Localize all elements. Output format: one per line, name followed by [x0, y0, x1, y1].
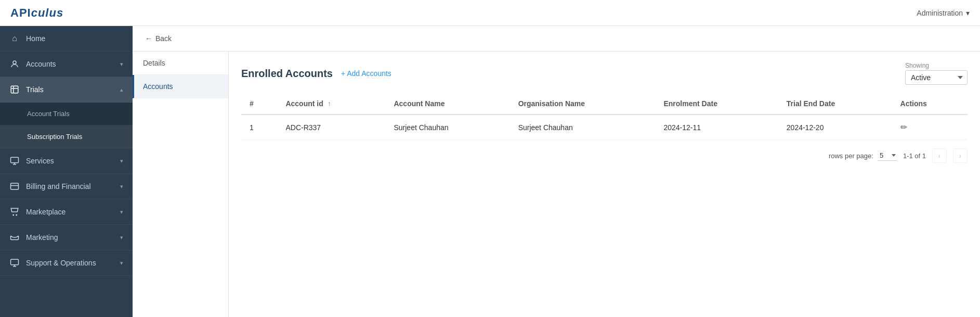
services-chevron-icon: ▾ — [120, 158, 123, 164]
admin-menu[interactable]: Administration ▾ — [917, 9, 970, 17]
left-nav-details[interactable]: Details — [133, 52, 228, 75]
logo: APIculus — [10, 6, 63, 20]
sidebar-item-trials-label: Trials — [26, 85, 44, 94]
svg-rect-1 — [11, 157, 19, 163]
admin-chevron-icon: ▾ — [966, 9, 970, 17]
page-info: 1-1 of 1 — [903, 152, 926, 160]
trials-submenu: Account Trials Subscription Trials — [0, 103, 133, 148]
prev-page-button[interactable]: ‹ — [932, 148, 947, 163]
sidebar-item-marketing-label: Marketing — [26, 233, 58, 242]
sidebar-item-support[interactable]: Support & Operations ▾ — [0, 250, 133, 276]
sidebar-item-services-label: Services — [26, 157, 54, 165]
svg-point-0 — [13, 61, 16, 64]
col-actions: Actions — [892, 93, 968, 115]
sidebar-item-accounts-label: Accounts — [26, 60, 56, 68]
svg-rect-8 — [11, 259, 19, 265]
col-enrolment-date: Enrolment Date — [655, 93, 778, 115]
sidebar-item-accounts[interactable]: Accounts ▾ — [0, 52, 133, 77]
cell-account-name: Surjeet Chauhan — [385, 115, 509, 140]
left-nav: Details Accounts — [133, 52, 229, 317]
svg-rect-4 — [11, 183, 19, 189]
cell-num: 1 — [241, 115, 277, 140]
sidebar-item-subscription-trials-label: Subscription Trials — [27, 133, 82, 141]
col-account-name: Account Name — [385, 93, 509, 115]
billing-chevron-icon: ▾ — [120, 183, 123, 190]
back-label: Back — [155, 34, 172, 43]
sidebar-item-trials[interactable]: Trials ▴ — [0, 77, 133, 103]
marketplace-icon — [9, 207, 20, 217]
sort-asc-icon: ↑ — [328, 99, 331, 108]
cell-trial-end-date: 2024-12-20 — [778, 115, 892, 140]
trials-chevron-icon: ▴ — [120, 86, 123, 93]
accounts-icon — [9, 59, 20, 69]
left-nav-accounts-label: Accounts — [143, 82, 173, 91]
marketing-chevron-icon: ▾ — [120, 234, 123, 241]
home-icon: ⌂ — [9, 33, 20, 44]
cell-org-name: Surjeet Chauhan — [510, 115, 656, 140]
sidebar-item-billing[interactable]: Billing and Financial ▾ — [0, 174, 133, 199]
pagination: rows per page: 5 10 25 50 1-1 of 1 ‹ › — [241, 148, 968, 163]
panel-header: Enrolled Accounts + Add Accounts Showing… — [241, 62, 968, 85]
main-content: ← Back Details Accounts Enrolled Account… — [133, 26, 980, 317]
svg-point-7 — [16, 214, 17, 215]
edit-button[interactable]: ✏ — [900, 123, 907, 132]
trials-icon — [9, 84, 20, 95]
left-nav-details-label: Details — [143, 59, 165, 67]
svg-point-6 — [13, 214, 14, 215]
col-trial-end-date: Trial End Date — [778, 93, 892, 115]
sidebar-item-account-trials[interactable]: Account Trials — [0, 103, 133, 125]
cell-actions: ✏ — [892, 115, 968, 140]
add-accounts-button[interactable]: + Add Accounts — [341, 69, 391, 78]
content-area: Details Accounts Enrolled Accounts + Add… — [133, 52, 980, 317]
logo-text: APIculus — [10, 6, 63, 20]
next-page-button[interactable]: › — [953, 148, 968, 163]
cell-account-id: ADC-R337 — [277, 115, 385, 140]
sidebar-item-marketing[interactable]: Marketing ▾ — [0, 225, 133, 250]
billing-icon — [9, 181, 20, 192]
showing-dropdown[interactable]: Active Inactive All — [905, 70, 968, 85]
services-icon — [9, 156, 20, 166]
cell-enrolment-date: 2024-12-11 — [655, 115, 778, 140]
sidebar-item-subscription-trials[interactable]: Subscription Trials — [0, 125, 133, 148]
sidebar-item-services[interactable]: Services ▾ — [0, 148, 133, 174]
showing-label: Showing — [905, 62, 929, 69]
layout: ⌂ Home Accounts ▾ Trials ▴ — [0, 26, 980, 317]
right-panel: Enrolled Accounts + Add Accounts Showing… — [229, 52, 980, 317]
table-row: 1 ADC-R337 Surjeet Chauhan Surjeet Chauh… — [241, 115, 968, 140]
rows-per-page-label: rows per page: — [829, 152, 873, 160]
sidebar-item-marketplace-label: Marketplace — [26, 208, 66, 216]
sidebar-item-marketplace[interactable]: Marketplace ▾ — [0, 199, 133, 225]
marketing-icon — [9, 232, 20, 243]
sidebar-item-home[interactable]: ⌂ Home — [0, 26, 133, 52]
support-chevron-icon: ▾ — [120, 260, 123, 267]
admin-label: Administration — [917, 9, 963, 17]
rows-select: 5 10 25 50 — [878, 150, 897, 161]
back-arrow-icon: ← — [145, 34, 152, 43]
add-accounts-label: + Add Accounts — [341, 69, 391, 78]
back-bar: ← Back — [133, 26, 980, 52]
back-button[interactable]: ← Back — [145, 34, 968, 43]
sidebar-item-support-label: Support & Operations — [26, 259, 96, 267]
showing-wrapper: Showing Active Inactive All — [905, 62, 968, 85]
topbar: APIculus Administration ▾ — [0, 0, 980, 26]
sidebar: ⌂ Home Accounts ▾ Trials ▴ — [0, 26, 133, 317]
col-account-id[interactable]: Account id ↑ — [277, 93, 385, 115]
table-header-row: # Account id ↑ Account Name Organisation… — [241, 93, 968, 115]
enrolled-accounts-table: # Account id ↑ Account Name Organisation… — [241, 93, 968, 140]
sidebar-item-billing-label: Billing and Financial — [26, 182, 91, 191]
marketplace-chevron-icon: ▾ — [120, 209, 123, 215]
support-icon — [9, 258, 20, 268]
rows-per-page-dropdown[interactable]: 5 10 25 50 — [878, 150, 897, 161]
col-num: # — [241, 93, 277, 115]
sidebar-item-account-trials-label: Account Trials — [27, 110, 70, 118]
col-org-name: Organisation Name — [510, 93, 656, 115]
rows-per-page: rows per page: 5 10 25 50 — [829, 150, 897, 161]
left-nav-accounts[interactable]: Accounts — [133, 75, 228, 98]
panel-title: Enrolled Accounts — [241, 68, 333, 80]
accounts-chevron-icon: ▾ — [120, 61, 123, 68]
sidebar-item-home-label: Home — [26, 34, 45, 43]
showing-select: Active Inactive All — [905, 70, 968, 85]
